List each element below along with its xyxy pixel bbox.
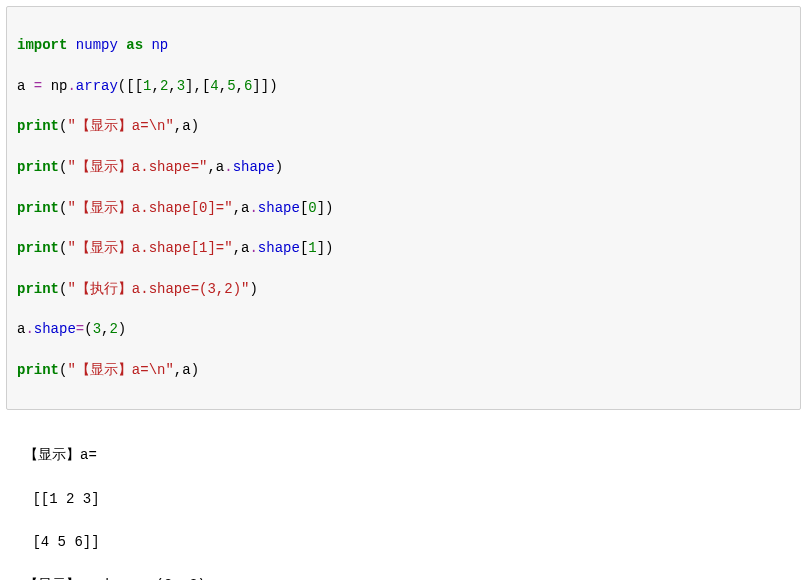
paren: ]]) <box>252 78 277 94</box>
comma: , <box>236 78 244 94</box>
fn-array: array <box>76 78 118 94</box>
fn-print: print <box>17 362 59 378</box>
dot: . <box>249 240 257 256</box>
num: 4 <box>210 78 218 94</box>
code-line-3: print("【显示】a=\n",a) <box>17 116 790 136</box>
code-line-7: print("【执行】a.shape=(3,2)") <box>17 279 790 299</box>
dot: . <box>25 321 33 337</box>
bracket: ] <box>317 240 325 256</box>
paren: ) <box>191 118 199 134</box>
string: "【显示】a=\n" <box>67 362 173 378</box>
output-line: [[1 2 3] <box>24 489 791 511</box>
np: np <box>51 78 68 94</box>
paren: ) <box>249 281 257 297</box>
paren: ) <box>325 240 333 256</box>
var-a: a <box>216 159 224 175</box>
op-assign: = <box>76 321 84 337</box>
output-line: 【显示】a.shape= (2, 3) <box>24 575 791 580</box>
code-line-8: a.shape=(3,2) <box>17 319 790 339</box>
attr-shape: shape <box>233 159 275 175</box>
fn-print: print <box>17 200 59 216</box>
keyword-as: as <box>126 37 143 53</box>
paren: ) <box>118 321 126 337</box>
attr-shape: shape <box>258 240 300 256</box>
code-line-1: import numpy as np <box>17 35 790 55</box>
attr-shape: shape <box>34 321 76 337</box>
output-line: 【显示】a= <box>24 445 791 467</box>
comma: , <box>219 78 227 94</box>
var-a: a <box>182 362 190 378</box>
string: "【显示】a.shape[0]=" <box>67 200 232 216</box>
fn-print: print <box>17 118 59 134</box>
num: 3 <box>93 321 101 337</box>
num: 5 <box>227 78 235 94</box>
module-numpy: numpy <box>76 37 118 53</box>
bracket: ] <box>317 200 325 216</box>
code-line-4: print("【显示】a.shape=",a.shape) <box>17 157 790 177</box>
code-line-9: print("【显示】a=\n",a) <box>17 360 790 380</box>
fn-print: print <box>17 159 59 175</box>
dot: . <box>67 78 75 94</box>
comma: , <box>233 200 241 216</box>
fn-print: print <box>17 240 59 256</box>
code-line-6: print("【显示】a.shape[1]=",a.shape[1]) <box>17 238 790 258</box>
keyword-import: import <box>17 37 67 53</box>
alias-np: np <box>151 37 168 53</box>
output-line: [4 5 6]] <box>24 532 791 554</box>
string: "【显示】a.shape=" <box>67 159 207 175</box>
var-a: a <box>17 78 25 94</box>
string: "【显示】a.shape[1]=" <box>67 240 232 256</box>
comma: , <box>174 362 182 378</box>
dot: . <box>224 159 232 175</box>
comma: , <box>207 159 215 175</box>
paren: ) <box>275 159 283 175</box>
comma: , <box>151 78 159 94</box>
attr-shape: shape <box>258 200 300 216</box>
output-cell: 【显示】a= [[1 2 3] [4 5 6]] 【显示】a.shape= (2… <box>6 416 801 580</box>
comma: , <box>233 240 241 256</box>
num: 1 <box>308 240 316 256</box>
fn-print: print <box>17 281 59 297</box>
paren: ( <box>84 321 92 337</box>
paren: ) <box>325 200 333 216</box>
op-assign: = <box>34 78 42 94</box>
code-line-5: print("【显示】a.shape[0]=",a.shape[0]) <box>17 198 790 218</box>
bracket: ],[ <box>185 78 210 94</box>
comma: , <box>168 78 176 94</box>
var-a: a <box>182 118 190 134</box>
comma: , <box>174 118 182 134</box>
num: 0 <box>308 200 316 216</box>
string: "【执行】a.shape=(3,2)" <box>67 281 249 297</box>
string: "【显示】a=\n" <box>67 118 173 134</box>
dot: . <box>249 200 257 216</box>
paren: ([[ <box>118 78 143 94</box>
code-line-2: a = np.array([[1,2,3],[4,5,6]]) <box>17 76 790 96</box>
paren: ) <box>191 362 199 378</box>
num: 3 <box>177 78 185 94</box>
num: 2 <box>109 321 117 337</box>
code-cell: import numpy as np a = np.array([[1,2,3]… <box>6 6 801 410</box>
